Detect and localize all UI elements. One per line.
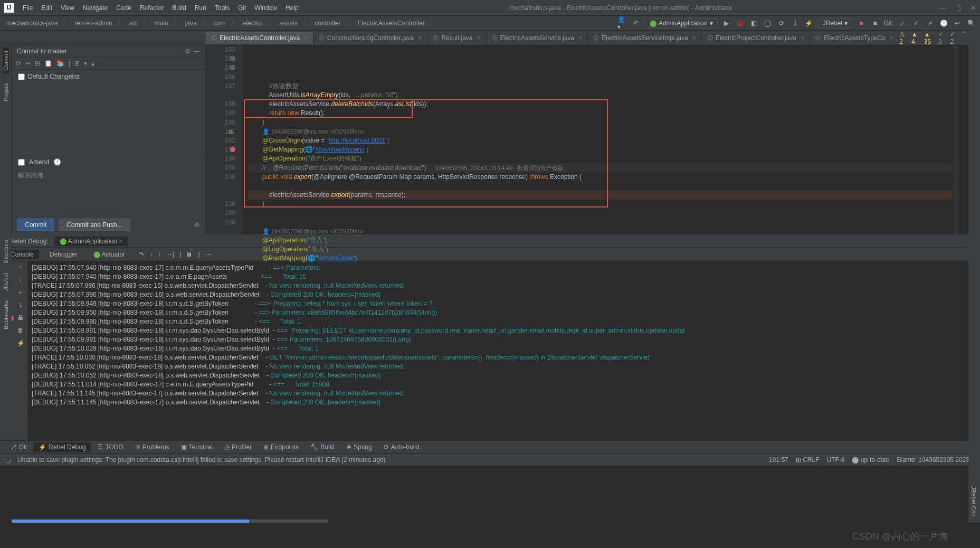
expand-icon[interactable]: ▾ [84,60,87,67]
error-stripe[interactable] [953,45,959,234]
changelist-tree[interactable]: Default Changelist [12,70,205,156]
code-area[interactable]: //效验数据 AssertUtils.isArrayEmpty(ids, ...… [243,45,953,234]
tool-todo[interactable]: ☰TODO [92,442,128,452]
back-icon[interactable]: ↶ [631,18,641,28]
menu-code[interactable]: Code [112,3,135,13]
tool-git[interactable]: ⎇Git [4,442,32,452]
project-tool-tab[interactable]: Project [3,80,9,105]
breadcrumb-item[interactable]: electric [240,19,264,27]
menu-build[interactable]: Build [168,3,190,13]
minimize-button[interactable]: — [939,4,946,12]
gutter[interactable]: 183184185186187188189190191♻192193194195… [206,45,243,234]
step-over-icon[interactable]: ↷ [139,251,144,258]
maximize-button[interactable]: ▢ [955,4,961,12]
print-icon[interactable]: 🖶 [17,314,24,322]
group-icon[interactable]: ⊞ [74,60,80,67]
down-icon[interactable]: ↓ [19,276,22,284]
code-editor[interactable]: 183184185186187188189190191♻192193194195… [206,45,980,234]
editor-tab[interactable]: ⒸElectricAssetsController.java× [206,32,313,44]
tool-spring[interactable]: ❀Spring [341,442,377,452]
collapse-icon[interactable]: ▴ [91,60,94,67]
hide-icon[interactable]: — [194,48,200,55]
menu-edit[interactable]: Edit [37,3,56,13]
commit-tool-tab[interactable]: Commit [3,48,9,74]
run-button[interactable]: ▶ [722,18,731,28]
debug-session-tab[interactable]: ⬤ AdminApplication × [54,237,128,246]
breadcrumb-item[interactable]: java [183,19,199,27]
git-commit-button[interactable]: ✓ [911,18,921,28]
status-icon[interactable]: ▢ [5,456,11,464]
breadcrumb-item[interactable]: main [153,19,170,27]
console-output[interactable]: [DEBUG] 17:55:07.940 [http-nio-8083-exec… [27,261,980,440]
changelist-icon[interactable]: 📋 [44,60,52,67]
diff-icon[interactable]: ⊟ [35,60,40,67]
run-anything-button[interactable]: ⟳ [777,18,786,28]
tool-auto-build[interactable]: ⟳Auto-build [378,442,425,452]
editor-tab[interactable]: ⒸResult.java× [427,32,486,44]
menu-view[interactable]: View [57,3,78,13]
debugger-tab[interactable]: Debugger [44,250,83,259]
amend-checkbox[interactable] [18,159,25,166]
step-out-icon[interactable]: ↑ [158,251,161,258]
breadcrumb-item[interactable]: mechatronics-java [4,19,60,27]
jrebel-selector[interactable]: JRebel▾ [818,18,852,28]
stop-all-button[interactable]: ■ [870,18,880,28]
tool-profiler[interactable]: ◷Profiler [219,442,257,452]
git-history-button[interactable]: 🕐 [939,18,948,28]
commit-gear-icon[interactable]: ⚙ [194,221,200,229]
step-into-icon[interactable]: ↓ [149,251,153,258]
coverage-button[interactable]: ◧ [749,18,759,28]
file-encoding[interactable]: UTF-8 [826,456,844,464]
menu-file[interactable]: File [19,3,36,13]
git-blame[interactable]: Blame: 1943652395 2023/1 [897,456,975,464]
jrebel-console-tab[interactable]: JRebel Con [968,483,979,519]
search-everywhere-button[interactable]: 🔍 [966,18,976,28]
breadcrumb-item[interactable]: renren-admin [72,19,114,27]
git-rollback-button[interactable]: ↩ [953,18,962,28]
editor-tab[interactable]: ⒸElectricAssetsServiceImpl.java× [588,32,701,44]
attach-button[interactable]: ⤓ [791,18,800,28]
scrollbar[interactable] [12,519,328,523]
settings-icon[interactable]: ⋯ [205,251,212,258]
actuator-tab[interactable]: ⬤ Actuator [88,250,130,259]
menu-run[interactable]: Run [191,3,210,13]
changelist-checkbox[interactable] [18,73,25,80]
tool-build[interactable]: 🔨Build [305,442,340,452]
filter-icon[interactable]: ⚡ [17,339,25,347]
menu-tools[interactable]: Tools [211,3,233,13]
breadcrumb-item[interactable]: assets [277,19,300,27]
gear-icon[interactable]: ⚙ [185,48,191,55]
structure-tool-tab[interactable]: Structure [3,238,9,266]
caret-position[interactable]: 191:57 [769,456,788,464]
close-button[interactable]: ✕ [971,4,976,12]
scroll-icon[interactable]: ⤓ [18,301,23,309]
breadcrumb-item[interactable]: controller [312,19,342,27]
editor-tab[interactable]: ⒸElectricAssetsService.java× [487,32,588,44]
menu-window[interactable]: Window [251,3,281,13]
user-icon[interactable]: 👤▾ [617,18,627,28]
menu-git[interactable]: Git [234,3,250,13]
bookmarks-tool-tab[interactable]: Bookmarks [3,298,9,332]
tool-terminal[interactable]: ▣Terminal [176,442,218,452]
wrap-icon[interactable]: ⤶ [18,289,23,296]
tool-rebel-debug[interactable]: ⚡Rebel Debug [33,442,91,452]
rollback-icon[interactable]: ↩ [25,60,31,67]
run-to-cursor-icon[interactable]: →| [166,251,174,258]
breadcrumb-item[interactable]: ElectricAssetsController [356,19,427,27]
debug-button[interactable]: 🐞 [736,18,745,28]
commit-message-input[interactable]: 解决跨域 [12,168,205,215]
tool-problems[interactable]: ⊘Problems [130,442,175,452]
jrebel-icon[interactable]: ⚡ [804,18,814,28]
clear-icon[interactable]: 🗑 [17,327,24,334]
jrebel-tool-tab[interactable]: JRebel [3,271,9,293]
stop-button[interactable]: ■ [857,18,866,28]
editor-tab[interactable]: ⒸElectricProjectController.java× [702,32,810,44]
editor-tab[interactable]: ⒸElectricAssetsTypeCo× [810,32,899,44]
commit-push-button[interactable]: Commit and Push... [59,219,130,231]
breadcrumb-item[interactable]: com [212,19,228,27]
git-update-button[interactable]: ↙ [898,18,907,28]
run-config-selector[interactable]: ⬤AdminApplication▾ [645,18,718,28]
shelve-icon[interactable]: 📚 [56,60,64,67]
refresh-icon[interactable]: ⟳ [16,60,21,67]
tool-endpoints[interactable]: ⊕Endpoints [258,442,304,452]
